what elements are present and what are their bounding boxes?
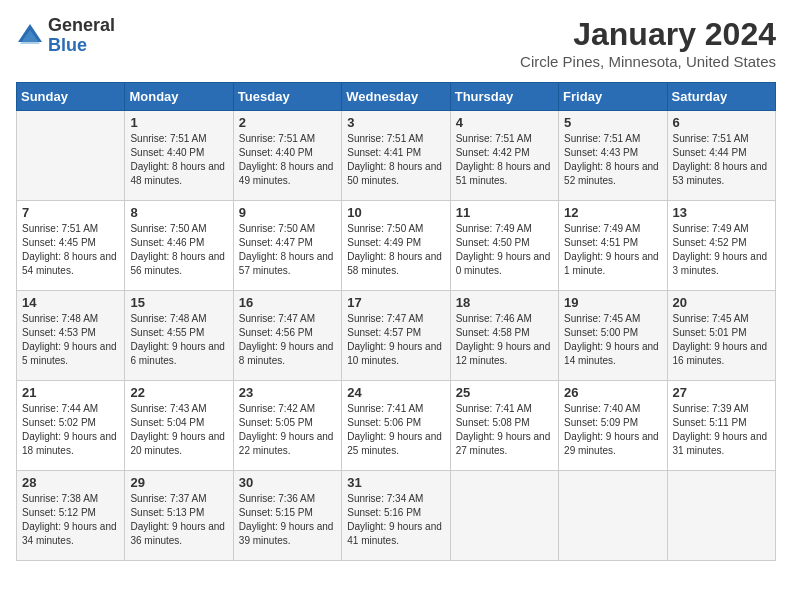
day-info: Sunrise: 7:51 AM Sunset: 4:40 PM Dayligh… [130, 132, 227, 188]
daylight: Daylight: 9 hours and 36 minutes. [130, 521, 225, 546]
sunrise: Sunrise: 7:50 AM [130, 223, 206, 234]
sunrise: Sunrise: 7:49 AM [673, 223, 749, 234]
daylight: Daylight: 9 hours and 27 minutes. [456, 431, 551, 456]
sunrise: Sunrise: 7:51 AM [239, 133, 315, 144]
calendar-cell: 13 Sunrise: 7:49 AM Sunset: 4:52 PM Dayl… [667, 201, 775, 291]
day-info: Sunrise: 7:42 AM Sunset: 5:05 PM Dayligh… [239, 402, 336, 458]
daylight: Daylight: 8 hours and 58 minutes. [347, 251, 442, 276]
sunset: Sunset: 5:08 PM [456, 417, 530, 428]
sunset: Sunset: 5:06 PM [347, 417, 421, 428]
day-number: 27 [673, 385, 770, 400]
day-info: Sunrise: 7:47 AM Sunset: 4:57 PM Dayligh… [347, 312, 444, 368]
day-number: 26 [564, 385, 661, 400]
day-info: Sunrise: 7:51 AM Sunset: 4:42 PM Dayligh… [456, 132, 553, 188]
location-title: Circle Pines, Minnesota, United States [520, 53, 776, 70]
day-info: Sunrise: 7:49 AM Sunset: 4:52 PM Dayligh… [673, 222, 770, 278]
sunrise: Sunrise: 7:51 AM [347, 133, 423, 144]
sunrise: Sunrise: 7:47 AM [239, 313, 315, 324]
calendar-cell: 5 Sunrise: 7:51 AM Sunset: 4:43 PM Dayli… [559, 111, 667, 201]
daylight: Daylight: 8 hours and 57 minutes. [239, 251, 334, 276]
calendar-cell: 10 Sunrise: 7:50 AM Sunset: 4:49 PM Dayl… [342, 201, 450, 291]
calendar-cell: 24 Sunrise: 7:41 AM Sunset: 5:06 PM Dayl… [342, 381, 450, 471]
sunset: Sunset: 4:47 PM [239, 237, 313, 248]
daylight: Daylight: 9 hours and 29 minutes. [564, 431, 659, 456]
day-number: 18 [456, 295, 553, 310]
header-friday: Friday [559, 83, 667, 111]
day-number: 29 [130, 475, 227, 490]
day-number: 2 [239, 115, 336, 130]
calendar-cell: 14 Sunrise: 7:48 AM Sunset: 4:53 PM Dayl… [17, 291, 125, 381]
calendar-cell: 29 Sunrise: 7:37 AM Sunset: 5:13 PM Dayl… [125, 471, 233, 561]
sunset: Sunset: 4:40 PM [239, 147, 313, 158]
calendar-cell: 25 Sunrise: 7:41 AM Sunset: 5:08 PM Dayl… [450, 381, 558, 471]
day-info: Sunrise: 7:36 AM Sunset: 5:15 PM Dayligh… [239, 492, 336, 548]
day-number: 14 [22, 295, 119, 310]
day-number: 28 [22, 475, 119, 490]
daylight: Daylight: 8 hours and 56 minutes. [130, 251, 225, 276]
day-number: 20 [673, 295, 770, 310]
daylight: Daylight: 8 hours and 54 minutes. [22, 251, 117, 276]
header-wednesday: Wednesday [342, 83, 450, 111]
calendar-cell: 4 Sunrise: 7:51 AM Sunset: 4:42 PM Dayli… [450, 111, 558, 201]
day-info: Sunrise: 7:44 AM Sunset: 5:02 PM Dayligh… [22, 402, 119, 458]
sunset: Sunset: 4:57 PM [347, 327, 421, 338]
sunset: Sunset: 4:55 PM [130, 327, 204, 338]
logo-general: General [48, 16, 115, 36]
day-number: 1 [130, 115, 227, 130]
day-number: 7 [22, 205, 119, 220]
day-number: 15 [130, 295, 227, 310]
day-number: 13 [673, 205, 770, 220]
calendar-body: 1 Sunrise: 7:51 AM Sunset: 4:40 PM Dayli… [17, 111, 776, 561]
day-number: 12 [564, 205, 661, 220]
day-info: Sunrise: 7:48 AM Sunset: 4:55 PM Dayligh… [130, 312, 227, 368]
sunrise: Sunrise: 7:42 AM [239, 403, 315, 414]
sunset: Sunset: 5:11 PM [673, 417, 747, 428]
sunset: Sunset: 4:41 PM [347, 147, 421, 158]
sunrise: Sunrise: 7:41 AM [347, 403, 423, 414]
day-number: 23 [239, 385, 336, 400]
day-info: Sunrise: 7:34 AM Sunset: 5:16 PM Dayligh… [347, 492, 444, 548]
calendar-cell: 26 Sunrise: 7:40 AM Sunset: 5:09 PM Dayl… [559, 381, 667, 471]
daylight: Daylight: 9 hours and 5 minutes. [22, 341, 117, 366]
calendar-cell [559, 471, 667, 561]
calendar-cell [667, 471, 775, 561]
day-number: 11 [456, 205, 553, 220]
calendar-cell: 20 Sunrise: 7:45 AM Sunset: 5:01 PM Dayl… [667, 291, 775, 381]
sunset: Sunset: 4:44 PM [673, 147, 747, 158]
calendar-cell: 21 Sunrise: 7:44 AM Sunset: 5:02 PM Dayl… [17, 381, 125, 471]
sunrise: Sunrise: 7:49 AM [456, 223, 532, 234]
day-number: 17 [347, 295, 444, 310]
calendar-cell: 17 Sunrise: 7:47 AM Sunset: 4:57 PM Dayl… [342, 291, 450, 381]
day-number: 5 [564, 115, 661, 130]
calendar-cell: 31 Sunrise: 7:34 AM Sunset: 5:16 PM Dayl… [342, 471, 450, 561]
sunrise: Sunrise: 7:48 AM [130, 313, 206, 324]
day-number: 24 [347, 385, 444, 400]
daylight: Daylight: 8 hours and 49 minutes. [239, 161, 334, 186]
calendar-cell: 3 Sunrise: 7:51 AM Sunset: 4:41 PM Dayli… [342, 111, 450, 201]
sunrise: Sunrise: 7:49 AM [564, 223, 640, 234]
calendar-cell: 28 Sunrise: 7:38 AM Sunset: 5:12 PM Dayl… [17, 471, 125, 561]
day-info: Sunrise: 7:43 AM Sunset: 5:04 PM Dayligh… [130, 402, 227, 458]
daylight: Daylight: 8 hours and 50 minutes. [347, 161, 442, 186]
day-info: Sunrise: 7:47 AM Sunset: 4:56 PM Dayligh… [239, 312, 336, 368]
calendar-week-4: 21 Sunrise: 7:44 AM Sunset: 5:02 PM Dayl… [17, 381, 776, 471]
day-info: Sunrise: 7:40 AM Sunset: 5:09 PM Dayligh… [564, 402, 661, 458]
calendar-cell: 2 Sunrise: 7:51 AM Sunset: 4:40 PM Dayli… [233, 111, 341, 201]
header-row: Sunday Monday Tuesday Wednesday Thursday… [17, 83, 776, 111]
day-info: Sunrise: 7:39 AM Sunset: 5:11 PM Dayligh… [673, 402, 770, 458]
day-number: 10 [347, 205, 444, 220]
sunrise: Sunrise: 7:43 AM [130, 403, 206, 414]
daylight: Daylight: 8 hours and 51 minutes. [456, 161, 551, 186]
header-tuesday: Tuesday [233, 83, 341, 111]
sunrise: Sunrise: 7:50 AM [239, 223, 315, 234]
calendar-cell [450, 471, 558, 561]
sunset: Sunset: 4:40 PM [130, 147, 204, 158]
sunset: Sunset: 4:45 PM [22, 237, 96, 248]
daylight: Daylight: 9 hours and 14 minutes. [564, 341, 659, 366]
daylight: Daylight: 9 hours and 3 minutes. [673, 251, 768, 276]
sunset: Sunset: 5:12 PM [22, 507, 96, 518]
calendar-cell: 22 Sunrise: 7:43 AM Sunset: 5:04 PM Dayl… [125, 381, 233, 471]
sunrise: Sunrise: 7:37 AM [130, 493, 206, 504]
daylight: Daylight: 8 hours and 53 minutes. [673, 161, 768, 186]
day-info: Sunrise: 7:45 AM Sunset: 5:00 PM Dayligh… [564, 312, 661, 368]
